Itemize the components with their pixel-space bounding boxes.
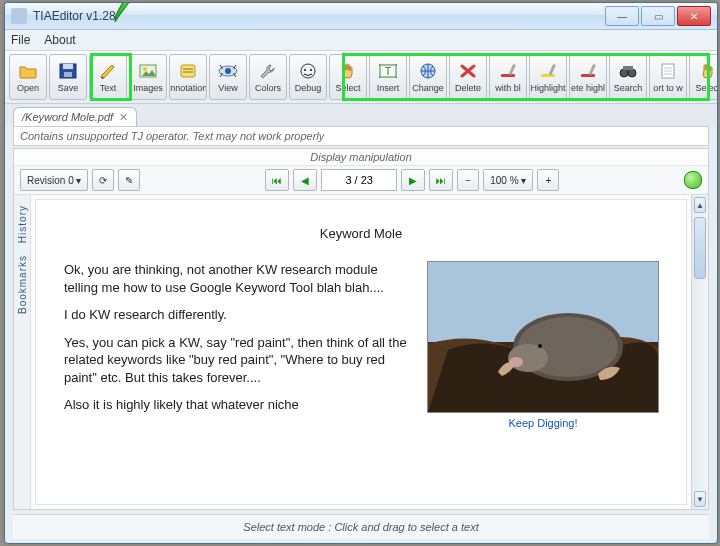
svg-point-7 [143,67,147,71]
zoom-dropdown[interactable]: 100 % ▾ [483,169,533,191]
document-tab[interactable]: /Keyword Mole.pdf ✕ [13,107,137,126]
svg-point-23 [620,69,628,77]
doc-paragraph: Also it is highly likely that whatever n… [64,396,414,414]
display-controls: Revision 0 ▾ ⟳ ✎ ⏮ ◀ ▶ ⏭ − 100 % ▾ + [14,166,708,195]
toolbar-select-label: Select [335,83,360,93]
scroll-down-button[interactable]: ▼ [694,491,706,507]
toolbar-select2-button[interactable]: Select [689,54,718,100]
toolbar-debug-label: Debug [295,83,322,93]
toolbar-images-label: Images [133,83,163,93]
toolbar-change-button[interactable]: Change [409,54,447,100]
toolbar-view-label: View [218,83,237,93]
svg-rect-17 [501,74,515,77]
side-tab-history[interactable]: History [17,205,28,243]
tab-label: /Keyword Mole.pdf [22,111,113,123]
toolbar-text-button[interactable]: Text [89,54,127,100]
toolbar-search-button[interactable]: Search [609,54,647,100]
tab-close-icon[interactable]: ✕ [119,111,128,124]
revision-dropdown[interactable]: Revision 0 ▾ [20,169,88,191]
wand-red-icon [577,61,599,81]
sheet-icon [657,61,679,81]
tool-button[interactable]: ✎ [118,169,140,191]
doc-text: Ok, you are thinking, not another KW res… [64,261,414,429]
status-lamp [684,171,702,189]
display-panel: Display manipulation Revision 0 ▾ ⟳ ✎ ⏮ … [13,148,709,510]
toolbar-annotations-button[interactable]: Annotations [169,54,207,100]
first-page-button[interactable]: ⏮ [265,169,289,191]
warning-banner: Contains unsupported TJ operator. Text m… [13,126,709,146]
toolbar-withbl-label: with bl [495,83,521,93]
svg-point-13 [310,69,312,71]
toolbar-images-button[interactable]: Images [129,54,167,100]
refresh-button[interactable]: ⟳ [92,169,114,191]
globe-icon [417,61,439,81]
eye-icon [217,61,239,81]
page-field[interactable] [321,169,397,191]
maximize-button[interactable]: ▭ [641,6,675,26]
app-window: TIAEditor v1.28 — ▭ ✕ File About OpenSav… [4,2,718,544]
minimize-button[interactable]: — [605,6,639,26]
zoom-out-button[interactable]: − [457,169,479,191]
menu-about[interactable]: About [44,33,75,47]
svg-rect-25 [623,66,633,70]
face-icon [297,61,319,81]
folder-icon [17,61,39,81]
scroll-up-button[interactable]: ▲ [694,197,706,213]
toolbar-colors-button[interactable]: Colors [249,54,287,100]
toolbar-text-label: Text [100,83,117,93]
toolbar-withbl-button[interactable]: with bl [489,54,527,100]
menu-bar: File About [5,30,717,51]
wrench-icon [257,61,279,81]
toolbar-select2-label: Select [695,83,718,93]
zoom-in-button[interactable]: + [537,169,559,191]
prev-page-button[interactable]: ◀ [293,169,317,191]
doc-paragraph: I do KW research differently. [64,306,414,324]
close-button[interactable]: ✕ [677,6,711,26]
svg-point-33 [538,344,542,348]
side-tab-bookmarks[interactable]: Bookmarks [17,255,28,314]
menu-file[interactable]: File [11,33,30,47]
toolbar-insert-label: Insert [377,83,400,93]
document-tab-strip: /Keyword Mole.pdf ✕ [5,104,717,126]
doc-image-mole [427,261,659,413]
last-page-button[interactable]: ⏭ [429,169,453,191]
toolbar-delete-button[interactable]: Delete [449,54,487,100]
toolbar-insert-button[interactable]: TInsert [369,54,407,100]
svg-rect-3 [64,72,72,77]
toolbar-change-label: Change [412,83,444,93]
toolbar-open-button[interactable]: Open [9,54,47,100]
side-tab-rail: History Bookmarks [14,195,31,509]
svg-rect-20 [549,64,556,75]
app-icon [11,8,27,24]
toolbar-view-button[interactable]: View [209,54,247,100]
toolbar-save-button[interactable]: Save [49,54,87,100]
toolbar-debug-button[interactable]: Debug [289,54,327,100]
doc-paragraph: Ok, you are thinking, not another KW res… [64,261,414,296]
toolbar-highlight-button[interactable]: Highlight [529,54,567,100]
vertical-scrollbar[interactable]: ▲ ▼ [691,195,708,509]
doc-title: Keyword Mole [64,226,658,241]
svg-point-12 [304,69,306,71]
hand-icon [337,61,359,81]
svg-rect-2 [63,64,73,69]
floppy-icon [57,61,79,81]
toolbar-export-button[interactable]: ort to w [649,54,687,100]
binoc-icon [617,61,639,81]
next-page-button[interactable]: ▶ [401,169,425,191]
document-view[interactable]: Keyword Mole Ok, you are thinking, not a… [35,199,687,505]
title-bar: TIAEditor v1.28 — ▭ ✕ [5,3,717,30]
scroll-thumb[interactable] [694,217,706,279]
toolbar-search-label: Search [614,83,643,93]
toolbar-dehighlight-button[interactable]: ete highl [569,54,607,100]
toolbar-select-button[interactable]: Select [329,54,367,100]
pencil-icon [97,61,119,81]
svg-rect-22 [589,64,596,75]
wand-yel-icon [537,61,559,81]
toolbar-export-label: ort to w [653,83,683,93]
picture-icon [137,61,159,81]
svg-point-24 [628,69,636,77]
toolbar-delete-label: Delete [455,83,481,93]
svg-rect-19 [541,74,555,77]
toolbar-dehighlight-label: ete highl [571,83,605,93]
svg-point-10 [225,68,231,74]
